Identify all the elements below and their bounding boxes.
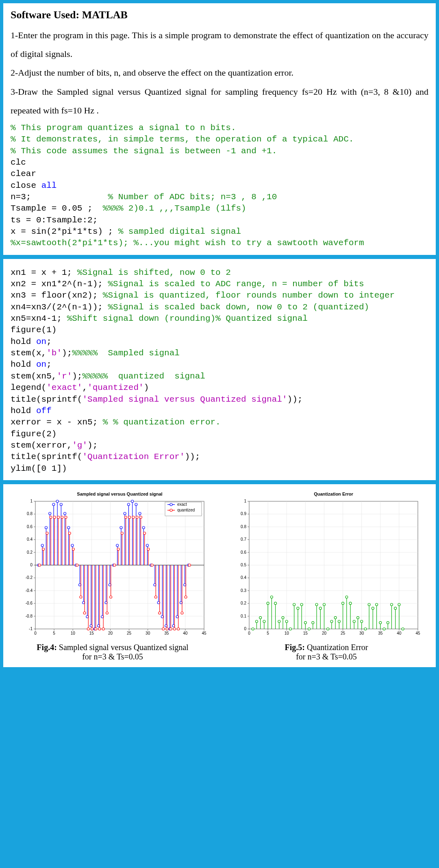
svg-text:exact: exact (177, 502, 187, 507)
svg-point-303 (252, 628, 254, 630)
svg-text:0.5: 0.5 (241, 563, 246, 567)
svg-text:45: 45 (415, 631, 420, 635)
svg-point-363 (364, 628, 367, 630)
svg-point-381 (398, 603, 400, 606)
fig4-caption: Fig.4: Sampled signal versus Quantized s… (11, 643, 215, 661)
svg-text:25: 25 (341, 631, 346, 635)
svg-point-353 (346, 596, 348, 598)
svg-point-225 (181, 612, 183, 614)
svg-point-221 (173, 628, 176, 630)
panel-figures: Sampled signal versus Quantized signal05… (2, 483, 437, 668)
svg-text:0.4: 0.4 (27, 537, 33, 542)
svg-point-113 (124, 512, 126, 515)
svg-point-317 (278, 620, 280, 622)
instruction-1: 1-Enter the program in this page. This i… (11, 26, 428, 63)
svg-text:0.8: 0.8 (241, 524, 246, 529)
svg-text:0: 0 (248, 631, 250, 635)
svg-text:5: 5 (53, 631, 55, 635)
svg-point-357 (353, 620, 355, 622)
svg-point-375 (387, 622, 389, 624)
svg-text:-0.8: -0.8 (26, 614, 33, 618)
svg-point-81 (64, 512, 66, 515)
svg-text:-0.2: -0.2 (26, 575, 33, 580)
svg-point-77 (56, 500, 59, 503)
svg-text:Quantization Error: Quantization Error (314, 492, 353, 496)
svg-text:35: 35 (164, 631, 169, 635)
svg-text:5: 5 (267, 631, 269, 635)
svg-text:45: 45 (202, 631, 206, 635)
svg-point-229 (188, 564, 191, 566)
svg-point-115 (127, 503, 130, 506)
svg-point-367 (372, 607, 374, 609)
instruction-2: 2-Adjust the number of bits, n, and obse… (11, 63, 428, 82)
svg-point-123 (142, 526, 145, 529)
svg-point-319 (282, 616, 284, 619)
svg-point-83 (67, 526, 70, 529)
svg-point-383 (402, 628, 404, 630)
svg-point-117 (131, 500, 134, 503)
svg-text:0.6: 0.6 (241, 550, 246, 555)
svg-text:40: 40 (397, 631, 402, 635)
svg-point-153 (46, 532, 48, 534)
svg-text:quantized: quantized (177, 508, 195, 512)
svg-point-69 (41, 544, 43, 546)
svg-point-323 (289, 628, 291, 630)
svg-text:1: 1 (244, 499, 246, 503)
svg-point-79 (60, 503, 62, 506)
svg-point-85 (71, 544, 74, 546)
svg-point-339 (319, 607, 322, 609)
svg-point-379 (394, 607, 397, 609)
svg-text:20: 20 (108, 631, 113, 635)
svg-point-217 (166, 628, 168, 630)
svg-point-365 (368, 603, 370, 606)
svg-text:0.4: 0.4 (241, 575, 246, 580)
svg-point-159 (57, 516, 60, 518)
chart-fig4: Sampled signal versus Quantized signal05… (15, 490, 210, 640)
svg-point-311 (267, 602, 269, 605)
svg-point-232 (170, 503, 172, 506)
svg-point-201 (136, 516, 138, 518)
svg-text:-1: -1 (29, 627, 33, 631)
svg-point-199 (132, 516, 135, 518)
svg-point-169 (76, 564, 78, 566)
svg-point-213 (159, 612, 161, 614)
svg-text:-0.4: -0.4 (26, 588, 33, 593)
svg-point-205 (143, 532, 146, 534)
svg-point-183 (102, 628, 104, 630)
svg-point-191 (117, 548, 120, 550)
svg-text:0.2: 0.2 (27, 550, 33, 555)
svg-point-111 (120, 526, 122, 529)
svg-point-197 (128, 516, 131, 518)
svg-text:0: 0 (34, 631, 37, 635)
svg-text:15: 15 (89, 631, 94, 635)
code-block-2: xn1 = x + 1; %Signal is shifted, now 0 t… (11, 267, 428, 474)
svg-point-149 (38, 564, 41, 566)
svg-point-369 (376, 603, 378, 606)
svg-point-321 (285, 620, 288, 622)
svg-text:-0.6: -0.6 (26, 601, 33, 605)
svg-text:15: 15 (303, 631, 308, 635)
svg-point-207 (147, 548, 150, 550)
svg-text:0.9: 0.9 (241, 511, 246, 516)
svg-point-75 (52, 503, 55, 506)
svg-point-125 (146, 544, 148, 546)
panel-intro: Software Used: MATLAB 1-Enter the progra… (2, 2, 437, 256)
svg-text:10: 10 (285, 631, 289, 635)
svg-point-211 (154, 596, 157, 598)
svg-point-185 (106, 612, 108, 614)
svg-point-333 (308, 628, 311, 630)
svg-text:25: 25 (127, 631, 132, 635)
svg-text:0.7: 0.7 (241, 537, 246, 542)
svg-point-171 (80, 596, 82, 598)
svg-point-227 (185, 596, 187, 598)
svg-point-329 (300, 603, 303, 606)
svg-text:10: 10 (71, 631, 76, 635)
instructions: 1-Enter the program in this page. This i… (11, 26, 428, 120)
svg-point-195 (125, 516, 127, 518)
svg-text:30: 30 (359, 631, 364, 635)
svg-point-157 (53, 516, 56, 518)
svg-point-307 (259, 616, 262, 619)
fig5-caption: Fig.5: Quantization Error for n=3 & Ts=0… (224, 643, 428, 661)
svg-point-187 (110, 596, 112, 598)
svg-text:0.2: 0.2 (241, 601, 246, 605)
